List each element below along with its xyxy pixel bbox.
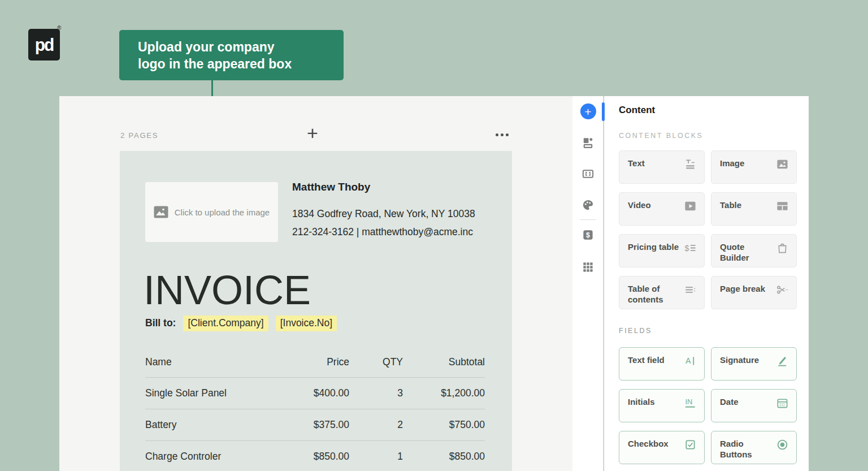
page-break-icon [776, 283, 789, 296]
text-block-icon [684, 158, 697, 171]
card-label: Date [720, 396, 774, 407]
cell-price: $850.00 [281, 451, 349, 463]
document-canvas: 2 PAGES + Click to upload the image Matt… [59, 96, 572, 471]
invoice-title[interactable]: INVOICE [144, 267, 311, 313]
content-blocks-icon [581, 136, 594, 149]
invoice-table: Name Price QTY Subtotal Single Solar Pan… [145, 347, 485, 471]
card-label: Initials [628, 396, 682, 407]
card-label: Text field [628, 355, 682, 365]
add-content-tab[interactable]: + [572, 103, 604, 119]
onboarding-tooltip: Upload your company logo in the appeared… [119, 30, 344, 80]
col-header-name: Name [145, 356, 281, 368]
block-card-image[interactable]: Image [711, 150, 797, 184]
field-card-initials[interactable]: Initials IN [619, 389, 705, 422]
cell-qty: 3 [349, 387, 403, 399]
design-tab[interactable] [572, 198, 604, 211]
date-icon [776, 396, 789, 409]
plus-icon: + [580, 103, 596, 119]
field-card-date[interactable]: Date [711, 389, 797, 422]
pages-count-toggle[interactable]: 2 PAGES [120, 131, 158, 140]
block-card-text[interactable]: Text [619, 150, 705, 184]
field-card-radio-buttons[interactable]: Radio Buttons [711, 431, 797, 464]
upload-placeholder-text: Click to upload the image [175, 208, 270, 217]
cell-price: $375.00 [281, 419, 349, 431]
sidebar-divider [580, 219, 596, 220]
token-client-company[interactable]: [Client.Company] [183, 316, 268, 331]
quote-builder-icon [776, 241, 789, 254]
apps-grid-icon [581, 261, 594, 274]
col-header-price: Price [281, 356, 349, 368]
col-header-qty: QTY [349, 356, 403, 368]
content-blocks-tab[interactable] [572, 136, 604, 149]
video-block-icon [684, 200, 697, 213]
table-row[interactable]: Charge Controler $850.00 1 $850.00 [145, 440, 485, 471]
card-label: Checkbox [628, 438, 682, 449]
col-header-subtotal: Subtotal [403, 356, 485, 368]
editor-sidebar: + $ [572, 96, 604, 471]
card-label: Signature [720, 355, 774, 365]
variables-icon [581, 167, 594, 180]
contact-address[interactable]: 1834 Godfrey Road, New York, NY 10038 [292, 208, 475, 220]
bill-to-row: Bill to: [Client.Company] [Invoice.No] [145, 315, 337, 331]
cell-name: Battery [145, 419, 281, 431]
fields-section-label: FIELDS [619, 327, 652, 335]
content-blocks-grid: Text Image Video [619, 150, 799, 309]
text-field-icon: A [684, 355, 697, 368]
contact-name[interactable]: Matthew Thoby [292, 181, 370, 193]
cell-subtotal: $1,200.00 [403, 387, 485, 399]
cell-name: Charge Controler [145, 451, 281, 463]
field-card-text-field[interactable]: Text field A [619, 347, 705, 381]
pricing-table-icon: $ [684, 241, 697, 254]
field-card-checkbox[interactable]: Checkbox [619, 431, 705, 464]
table-row[interactable]: Battery $375.00 2 $750.00 [145, 409, 485, 440]
variables-tab[interactable] [572, 167, 604, 180]
card-label: Page break [720, 283, 774, 294]
card-label: Quote Builder [720, 241, 774, 263]
pandadoc-logo: pd [28, 29, 60, 61]
dollar-icon: $ [581, 228, 594, 241]
image-block-icon [776, 158, 789, 171]
checkbox-icon [684, 438, 697, 451]
design-palette-icon [581, 198, 594, 211]
svg-text:A: A [685, 356, 691, 365]
block-card-table-of-contents[interactable]: Table of contents [619, 276, 705, 309]
card-label: Table [720, 200, 774, 210]
content-panel: Content CONTENT BLOCKS Text Image [604, 96, 809, 471]
block-card-page-break[interactable]: Page break [711, 276, 797, 309]
image-placeholder-icon [154, 206, 168, 218]
table-block-icon [776, 200, 789, 213]
cell-qty: 2 [349, 419, 403, 431]
field-card-signature[interactable]: Signature [711, 347, 797, 381]
block-card-table[interactable]: Table [711, 192, 797, 226]
fields-grid: Text field A Signature Initials [619, 347, 799, 464]
logo-upload-dropzone[interactable]: Click to upload the image [145, 182, 278, 242]
card-label: Pricing table [628, 241, 682, 252]
block-card-video[interactable]: Video [619, 192, 705, 226]
invoice-page: Click to upload the image Matthew Thoby … [120, 151, 512, 471]
signature-icon [776, 355, 789, 368]
table-header-row: Name Price QTY Subtotal [145, 347, 485, 377]
card-label: Table of contents [628, 283, 682, 305]
registered-mark: ® [57, 25, 61, 31]
apps-tab[interactable] [572, 261, 604, 274]
table-of-contents-icon [684, 283, 697, 296]
more-options-icon[interactable] [496, 133, 509, 136]
radio-buttons-icon [776, 438, 789, 451]
card-label: Radio Buttons [720, 438, 774, 460]
table-row[interactable]: Single Solar Panel $400.00 3 $1,200.00 [145, 377, 485, 409]
cell-name: Single Solar Panel [145, 387, 281, 399]
pricing-tab[interactable]: $ [572, 228, 604, 241]
active-tab-indicator [602, 102, 605, 121]
add-page-button[interactable]: + [307, 123, 318, 142]
cell-price: $400.00 [281, 387, 349, 399]
block-card-pricing-table[interactable]: Pricing table $ [619, 234, 705, 267]
cell-qty: 1 [349, 451, 403, 463]
svg-text:$: $ [586, 231, 590, 239]
block-card-quote-builder[interactable]: Quote Builder [711, 234, 797, 267]
contact-phone-email[interactable]: 212-324-3162 | matthewthoby@acme.inc [292, 226, 473, 238]
card-label: Video [628, 200, 682, 210]
cell-subtotal: $750.00 [403, 419, 485, 431]
svg-text:IN: IN [685, 397, 692, 406]
card-label: Text [628, 158, 682, 168]
token-invoice-no[interactable]: [Invoice.No] [276, 316, 337, 331]
